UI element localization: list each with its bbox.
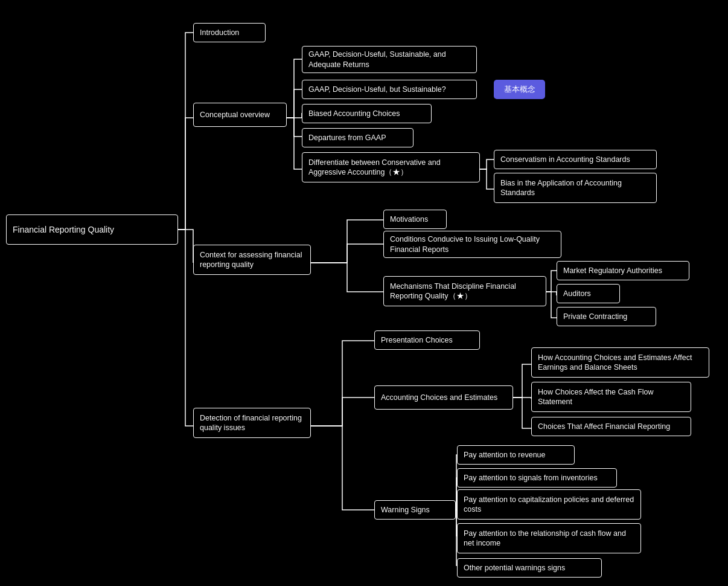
- pay-revenue-node: Pay attention to revenue: [457, 445, 575, 465]
- line-root-conceptual: [178, 118, 193, 230]
- departures-node: Departures from GAAP: [302, 128, 413, 147]
- accounting-choices-node: Accounting Choices and Estimates: [374, 385, 513, 410]
- conceptual-overview-node: Conceptual overview: [193, 103, 287, 127]
- introduction-label: Introduction: [200, 28, 239, 37]
- warning-label: Warning Signs: [381, 505, 430, 515]
- root-node: Financial Reporting Quality: [6, 214, 178, 245]
- context-label: Context for assessing financial reportin…: [200, 250, 304, 270]
- line-det-presentation: [311, 341, 374, 426]
- detection-node: Detection of financial reporting quality…: [193, 408, 311, 438]
- conservatism-label: Conservatism in Accounting Standards: [500, 155, 630, 164]
- differentiate-label: Differentiate between Conservative and A…: [308, 158, 473, 178]
- line-mech-auditors: [546, 292, 557, 295]
- line-mech-market: [546, 271, 557, 292]
- conservatism-node: Conservatism in Accounting Standards: [494, 150, 657, 169]
- how-accounting-label: How Accounting Choices and Estimates Aff…: [538, 353, 703, 373]
- mechanisms-node: Mechanisms That Discipline Financial Rep…: [383, 276, 546, 306]
- line-co-gaap2: [287, 89, 302, 118]
- how-accounting-node: How Accounting Choices and Estimates Aff…: [531, 347, 709, 378]
- context-node: Context for assessing financial reportin…: [193, 245, 311, 275]
- biased-node: Biased Accounting Choices: [302, 104, 432, 123]
- detection-label: Detection of financial reporting quality…: [200, 413, 304, 433]
- line-ctx-conditions: [311, 244, 383, 263]
- pay-capitalization-node: Pay attention to capitalization policies…: [457, 489, 641, 520]
- root-label: Financial Reporting Quality: [13, 224, 114, 235]
- conceptual-overview-label: Conceptual overview: [200, 110, 270, 120]
- line-ctx-mechanisms: [311, 263, 383, 292]
- line-det-accounting: [311, 398, 374, 426]
- line-diff-conservatism: [480, 159, 494, 169]
- line-mech-private: [546, 292, 557, 318]
- biased-label: Biased Accounting Choices: [308, 109, 400, 118]
- how-choices-node: How Choices Affect the Cash Flow Stateme…: [531, 382, 691, 412]
- pay-inventory-label: Pay attention to signals from inventorie…: [464, 473, 598, 483]
- pay-capitalization-label: Pay attention to capitalization policies…: [464, 495, 634, 515]
- bias-app-node: Bias in the Application of Accounting St…: [494, 173, 657, 203]
- line-co-biased: [287, 113, 302, 118]
- line-co-departures: [287, 118, 302, 137]
- gaap1-label: GAAP, Decision-Useful, Sustainable, and …: [308, 50, 470, 69]
- line-co-gaap1: [287, 59, 302, 118]
- badge-node: 基本概念: [494, 80, 545, 99]
- gaap1-node: GAAP, Decision-Useful, Sustainable, and …: [302, 46, 477, 73]
- line-root-intro: [178, 33, 193, 230]
- introduction-node: Introduction: [193, 23, 266, 42]
- private-node: Private Contracting: [557, 307, 656, 326]
- bias-app-label: Bias in the Application of Accounting St…: [500, 178, 650, 198]
- how-choices-label: How Choices Affect the Cash Flow Stateme…: [538, 387, 685, 407]
- conditions-label: Conditions Conducive to Issuing Low-Qual…: [390, 234, 555, 254]
- market-reg-label: Market Regulatory Authorities: [563, 266, 662, 275]
- pay-inventory-node: Pay attention to signals from inventorie…: [457, 468, 617, 488]
- market-reg-node: Market Regulatory Authorities: [557, 261, 689, 280]
- other-node: Other potential warnings signs: [457, 558, 602, 578]
- auditors-label: Auditors: [563, 289, 591, 298]
- gaap2-label: GAAP, Decision-Useful, but Sustainable?: [308, 85, 446, 94]
- conditions-node: Conditions Conducive to Issuing Low-Qual…: [383, 231, 561, 258]
- presentation-label: Presentation Choices: [381, 335, 453, 345]
- line-ctx-motivations: [311, 220, 383, 263]
- differentiate-node: Differentiate between Conservative and A…: [302, 152, 480, 182]
- line-ac-choicesaffect: [513, 398, 531, 428]
- line-det-warning: [311, 426, 374, 510]
- motivations-label: Motivations: [390, 214, 428, 224]
- motivations-node: Motivations: [383, 210, 447, 229]
- departures-label: Departures from GAAP: [308, 133, 386, 143]
- mechanisms-label: Mechanisms That Discipline Financial Rep…: [390, 282, 540, 301]
- warning-node: Warning Signs: [374, 500, 456, 520]
- line-ac-howaccounting: [513, 364, 531, 398]
- pay-cashflow-node: Pay attention to the relationship of cas…: [457, 523, 641, 553]
- choices-affect-node: Choices That Affect Financial Reporting: [531, 417, 691, 436]
- line-co-differentiate: [287, 118, 302, 169]
- accounting-choices-label: Accounting Choices and Estimates: [381, 393, 497, 402]
- other-label: Other potential warnings signs: [464, 563, 565, 573]
- line-diff-bias: [480, 169, 494, 189]
- gaap2-node: GAAP, Decision-Useful, but Sustainable?: [302, 80, 477, 99]
- choices-affect-label: Choices That Affect Financial Reporting: [538, 422, 670, 431]
- line-ac-howchoices: [513, 398, 531, 399]
- mind-map: Financial Reporting Quality Introduction…: [0, 0, 728, 586]
- line-root-detection: [178, 230, 193, 426]
- line-root-context: [178, 230, 193, 263]
- presentation-node: Presentation Choices: [374, 330, 480, 350]
- private-label: Private Contracting: [563, 312, 627, 321]
- badge-label: 基本概念: [504, 85, 535, 95]
- pay-cashflow-label: Pay attention to the relationship of cas…: [464, 529, 634, 549]
- pay-revenue-label: Pay attention to revenue: [464, 450, 546, 460]
- auditors-node: Auditors: [557, 284, 620, 303]
